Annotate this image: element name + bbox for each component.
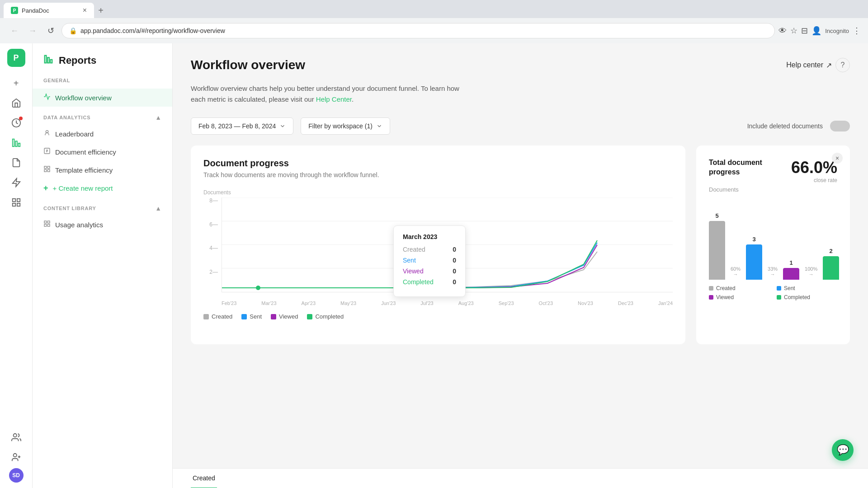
- legend-sent-dot: [241, 314, 247, 319]
- close-button[interactable]: ×: [832, 153, 843, 164]
- create-report-icon: +: [43, 183, 48, 193]
- svg-rect-22: [47, 166, 50, 169]
- data-analytics-chevron: ▲: [155, 114, 161, 121]
- general-section-label: GENERAL: [33, 78, 172, 89]
- workspace-filter[interactable]: Filter by workspace (1): [301, 117, 390, 135]
- svg-point-9: [13, 434, 16, 437]
- filters-bar: Feb 8, 2023 — Feb 8, 2024 Filter by work…: [191, 117, 850, 135]
- svg-rect-2: [15, 141, 17, 146]
- bar-value-sent: 3: [752, 236, 755, 243]
- right-legend-sent-dot: [777, 286, 781, 291]
- home-icon[interactable]: [7, 94, 25, 112]
- workflow-icon: [43, 93, 51, 102]
- page-header: Workflow overview Help center ↗ ?: [191, 58, 850, 72]
- sidebar-header-icon: [43, 54, 53, 67]
- back-button[interactable]: ←: [7, 23, 22, 38]
- split-icon[interactable]: ⊟: [801, 26, 808, 36]
- bar-group-completed: 2: [823, 248, 839, 280]
- description-end: .: [352, 95, 354, 103]
- data-analytics-header[interactable]: DATA ANALYTICS ▲: [33, 114, 172, 125]
- tooltip-viewed-value: 0: [453, 267, 456, 275]
- lock-icon: 🔒: [69, 27, 77, 34]
- people-icon[interactable]: [7, 428, 25, 446]
- content-library-header[interactable]: CONTENT LIBRARY ▲: [33, 205, 172, 216]
- svg-rect-6: [17, 199, 19, 202]
- x-label-aug23: Aug'23: [458, 300, 474, 306]
- date-range-filter[interactable]: Feb 8, 2023 — Feb 8, 2024: [191, 117, 293, 135]
- bookmark-icon[interactable]: ☆: [790, 26, 797, 36]
- svg-rect-1: [12, 139, 14, 147]
- workspace-filter-text: Filter by workspace (1): [308, 122, 373, 130]
- help-center-description-link[interactable]: Help Center: [316, 95, 352, 103]
- template-icon[interactable]: [7, 193, 25, 211]
- sidebar-item-document-efficiency[interactable]: Document efficiency: [33, 143, 172, 161]
- help-icon-button[interactable]: ?: [835, 58, 850, 72]
- sidebar-item-create-new-report[interactable]: + + Create new report: [33, 179, 172, 197]
- x-label-jun23: Jun'23: [381, 300, 396, 306]
- right-legend-created-dot: [709, 286, 713, 291]
- x-label-oct23: Oct'23: [539, 300, 553, 306]
- help-center-link[interactable]: Help center ↗: [786, 61, 832, 70]
- chart-legend: Created Sent Viewed Completed: [203, 313, 673, 320]
- forward-button[interactable]: →: [25, 23, 40, 38]
- tooltip-row-completed: Completed 0: [403, 278, 456, 286]
- sidebar-item-leaderboard[interactable]: Leaderboard: [33, 125, 172, 143]
- docs-label: Documents: [709, 186, 837, 193]
- tooltip-title: March 2023: [403, 233, 456, 240]
- reports-icon[interactable]: [7, 134, 25, 152]
- include-deleted-toggle[interactable]: [830, 121, 850, 131]
- sidebar-item-usage-analytics[interactable]: Usage analytics: [33, 216, 172, 234]
- main-inner: Workflow overview Help center ↗ ? Workfl…: [173, 43, 868, 468]
- svg-point-10: [13, 454, 16, 457]
- date-range-text: Feb 8, 2023 — Feb 8, 2024: [198, 122, 276, 130]
- document-efficiency-label: Document efficiency: [55, 148, 116, 156]
- user-avatar[interactable]: SD: [9, 468, 24, 483]
- sidebar-header: Reports: [33, 54, 172, 78]
- chat-icon: 💬: [837, 444, 849, 456]
- content-library-section: CONTENT LIBRARY ▲ Usage analytics: [33, 205, 172, 234]
- eye-icon[interactable]: 👁: [778, 26, 787, 36]
- svg-rect-14: [47, 57, 49, 63]
- activity-icon[interactable]: [7, 114, 25, 132]
- help-center-label: Help center: [786, 61, 823, 69]
- legend-viewed-dot: [271, 314, 276, 319]
- documents-icon[interactable]: [7, 154, 25, 172]
- browser-nav: ← → ↺ 🔒 app.pandadoc.com/a/#/reporting/w…: [0, 18, 868, 43]
- sidebar-item-template-efficiency[interactable]: Template efficiency: [33, 161, 172, 179]
- sidebar-item-workflow-overview[interactable]: Workflow overview: [33, 89, 172, 107]
- svg-rect-26: [47, 221, 50, 223]
- address-bar[interactable]: 🔒 app.pandadoc.com/a/#/reporting/workflo…: [61, 23, 775, 38]
- active-tab[interactable]: P PandaDoc ×: [4, 3, 94, 18]
- x-label-apr23: Apr'23: [302, 300, 316, 306]
- leaderboard-label: Leaderboard: [55, 130, 94, 138]
- svg-rect-8: [17, 203, 19, 206]
- menu-icon[interactable]: ⋮: [853, 26, 861, 36]
- bottom-tab-created[interactable]: Created: [191, 469, 217, 488]
- add-user-icon[interactable]: [7, 448, 25, 466]
- create-button[interactable]: +: [7, 74, 25, 92]
- browser-tabs: P PandaDoc × +: [0, 0, 868, 18]
- tooltip-created-label: Created: [403, 246, 425, 253]
- new-tab-button[interactable]: +: [94, 3, 108, 18]
- right-legend-completed-dot: [777, 295, 781, 300]
- page-title: Workflow overview: [191, 58, 305, 72]
- refresh-button[interactable]: ↺: [43, 23, 58, 38]
- legend-sent-label: Sent: [250, 313, 262, 320]
- profile-icon[interactable]: 👤: [811, 26, 821, 36]
- browser-chrome: P PandaDoc × + ← → ↺ 🔒 app.pandadoc.com/…: [0, 0, 868, 43]
- usage-analytics-label: Usage analytics: [55, 221, 103, 229]
- tab-close-button[interactable]: ×: [83, 6, 87, 14]
- x-label-may23: May'23: [340, 300, 356, 306]
- pct-100: 100%: [805, 266, 817, 272]
- document-progress-title: Document progress: [203, 158, 673, 169]
- y-label-2: 2—: [209, 269, 218, 275]
- legend-completed: Completed: [307, 313, 344, 320]
- right-legend-created: Created: [709, 285, 769, 291]
- close-rate-percentage: 66.0%: [791, 158, 837, 177]
- bar-group-viewed: 1: [783, 259, 799, 280]
- total-document-progress-card: × Total documentprogress 66.0% close rat…: [696, 145, 850, 344]
- flash-icon[interactable]: [7, 174, 25, 192]
- content-library-chevron: ▲: [155, 205, 161, 212]
- chat-bubble-button[interactable]: 💬: [832, 439, 854, 461]
- leaderboard-icon: [43, 129, 51, 138]
